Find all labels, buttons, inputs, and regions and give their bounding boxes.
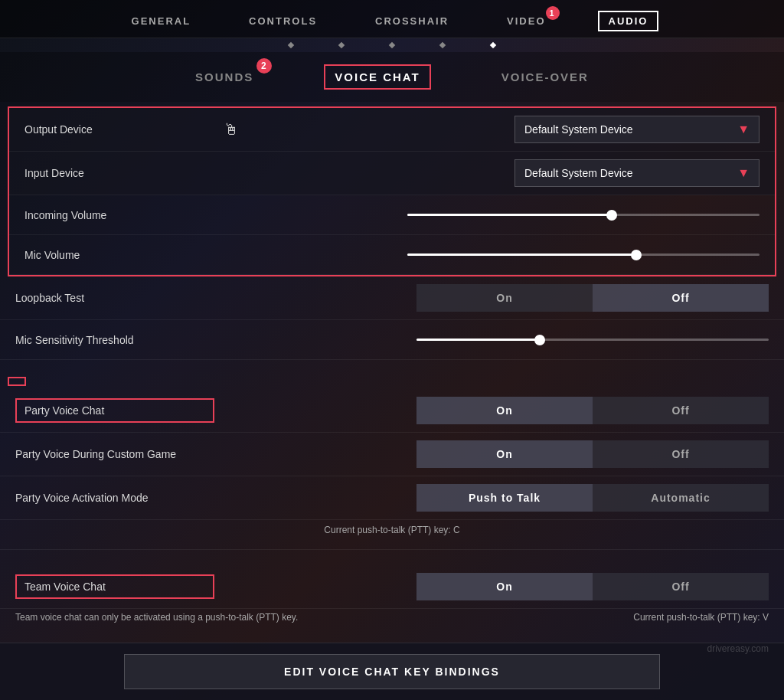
edit-key-bindings-button[interactable]: EDIT VOICE CHAT KEY BINDINGS [124,654,660,689]
top-nav: GENERAL CONTROLS CROSSHAIR VIDEO 1 AUDIO [0,0,784,38]
output-device-value: Default System Device [524,123,633,136]
mic-sensitivity-label: Mic Sensitivity Threshold [15,334,214,346]
incoming-volume-slider[interactable] [407,214,760,216]
video-badge: 1 [546,6,560,20]
dot-crosshair [389,42,395,48]
sounds-badge: 2 [256,58,272,74]
party-voice-custom-label: Party Voice During Custom Game [15,448,214,460]
party-voice-chat-highlight [8,377,26,386]
loopback-on-btn[interactable]: On [416,284,593,312]
nav-item-audio[interactable]: AUDIO [598,11,659,31]
party-activation-row: Party Voice Activation Mode Push to Talk… [0,476,784,520]
party-ptt-hint-row: Current push-to-talk (PTT) key: C [0,520,784,550]
dot-audio [490,42,496,48]
dot-controls [338,42,345,48]
input-device-dropdown[interactable]: Default System Device ▼ [514,159,760,187]
settings-area: Output Device 🖱 Default System Device ▼ … [0,102,784,643]
team-ptt-hint: Current push-to-talk (PTT) key: V [633,612,769,623]
party-voice-custom-control: On Off [214,440,769,468]
party-voice-chat-control: On Off [214,397,769,424]
loopback-off-btn[interactable]: Off [593,284,769,312]
output-device-row: Output Device 🖱 Default System Device ▼ [9,108,775,152]
team-voice-off-btn[interactable]: Off [593,573,769,600]
sub-nav: SOUNDS 2 VOICE CHAT VOICE-OVER [0,52,784,102]
mic-volume-slider[interactable] [407,254,760,256]
output-device-label: Output Device [24,123,224,136]
input-device-row: Input Device Default System Device ▼ [9,152,775,195]
party-voice-on-btn[interactable]: On [416,397,593,424]
incoming-volume-fill [407,214,612,216]
output-device-control: Default System Device ▼ [250,116,760,143]
party-activation-label: Party Voice Activation Mode [15,492,214,504]
team-voice-on-btn[interactable]: On [416,573,593,600]
input-dropdown-arrow: ▼ [737,166,750,180]
nav-dots [0,38,784,52]
party-activation-toggle: Push to Talk Automatic [416,484,769,512]
nav-item-crosshair[interactable]: CROSSHAIR [369,12,455,30]
dot-general [288,42,294,48]
nav-item-controls[interactable]: CONTROLS [243,12,323,30]
dot-video [439,42,446,48]
mic-volume-track [407,254,760,256]
party-voice-custom-row: Party Voice During Custom Game On Off [0,433,784,476]
output-device-dropdown[interactable]: Default System Device ▼ [514,116,760,143]
mic-sensitivity-track [416,339,769,341]
watermark: drivereasy.com [707,643,769,654]
party-custom-on-btn[interactable]: On [416,440,593,468]
team-voice-chat-control: On Off [214,573,769,600]
team-voice-chat-toggle: On Off [416,573,769,600]
party-ptt-hint: Current push-to-talk (PTT) key: C [15,522,769,541]
team-voice-note: Team voice chat can only be activated us… [15,612,633,623]
mic-sensitivity-row: Mic Sensitivity Threshold [0,320,784,360]
mic-volume-thumb[interactable] [631,250,642,260]
loopback-test-control: On Off [214,284,769,312]
loopback-test-label: Loopback Test [15,292,214,304]
incoming-volume-control [224,214,760,216]
loopback-test-row: Loopback Test On Off [0,276,784,320]
output-dropdown-arrow: ▼ [737,123,750,136]
mic-sensitivity-thumb[interactable] [534,335,545,345]
party-voice-chat-label: Party Voice Chat [15,398,214,423]
loopback-test-toggle: On Off [416,284,769,312]
section-divider-2 [0,550,784,565]
bottom-bar: EDIT VOICE CHAT KEY BINDINGS [0,643,784,700]
mic-volume-fill [407,254,636,256]
section-divider-1 [0,360,784,375]
nav-item-video[interactable]: VIDEO 1 [501,12,551,30]
input-device-control: Default System Device ▼ [224,159,760,187]
input-device-label: Input Device [24,167,224,179]
mic-sensitivity-control [214,339,769,341]
team-voice-chat-row: Team Voice Chat On Off [0,565,784,609]
incoming-volume-track [407,214,760,216]
mic-sensitivity-slider[interactable] [416,339,769,341]
sub-nav-voice-chat[interactable]: VOICE CHAT [324,64,430,90]
party-activation-control: Push to Talk Automatic [214,484,769,512]
party-custom-off-btn[interactable]: Off [593,440,769,468]
party-voice-chat-toggle: On Off [416,397,769,424]
mic-volume-label: Mic Volume [24,249,224,261]
team-voice-chat-label: Team Voice Chat [15,574,214,599]
watermark-text: drivereasy.com [707,643,769,654]
party-ptt-btn[interactable]: Push to Talk [416,484,593,512]
mic-sensitivity-fill [416,339,540,341]
incoming-volume-label: Incoming Volume [24,209,224,221]
mic-volume-control [224,254,760,256]
incoming-volume-row: Incoming Volume [9,195,775,235]
mic-volume-row: Mic Volume [9,235,775,275]
team-voice-note-row: Team voice chat can only be activated us… [0,609,784,630]
party-automatic-btn[interactable]: Automatic [593,484,769,512]
sub-nav-sounds[interactable]: SOUNDS 2 [186,66,263,88]
nav-item-general[interactable]: GENERAL [126,12,198,30]
sub-nav-voice-over[interactable]: VOICE-OVER [492,66,598,88]
incoming-volume-thumb[interactable] [606,210,617,221]
cursor-icon: 🖱 [224,121,239,139]
input-device-value: Default System Device [524,167,633,179]
party-voice-custom-toggle: On Off [416,440,769,468]
party-voice-chat-row: Party Voice Chat On Off [0,389,784,433]
party-voice-off-btn[interactable]: Off [593,397,769,424]
